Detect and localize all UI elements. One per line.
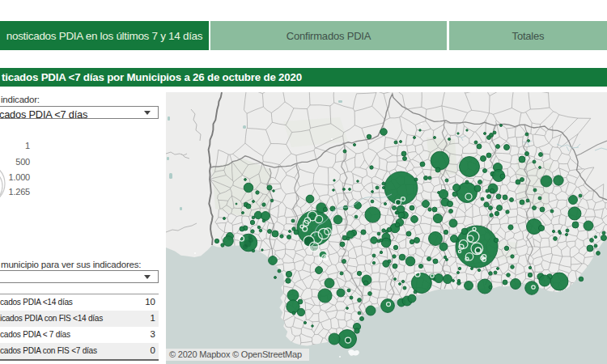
svg-text:© 2020 Mapbox © OpenStreetMap: © 2020 Mapbox © OpenStreetMap [169, 349, 302, 359]
